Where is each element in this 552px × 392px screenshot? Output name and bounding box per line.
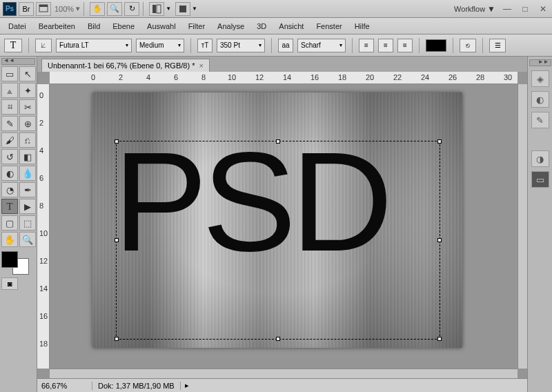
scrollbar-horizontal[interactable] xyxy=(50,369,518,378)
tool-preset-icon[interactable]: T xyxy=(4,39,22,52)
brush-tool[interactable]: 🖌 xyxy=(1,133,18,148)
stamp-tool[interactable]: ⎌ xyxy=(19,133,36,148)
align-left-button[interactable]: ≡ xyxy=(359,39,374,52)
status-bar: 66,67% Dok: 1,37 MB/1,90 MB ▸ xyxy=(37,378,527,392)
zoom-tool-icon[interactable]: 🔍 xyxy=(107,2,122,16)
minimize-button[interactable]: — xyxy=(501,4,513,14)
move-tool[interactable]: ↖ xyxy=(19,66,36,81)
menu-bearbeiten[interactable]: Bearbeiten xyxy=(39,22,75,30)
tab-title: Unbenannt-1 bei 66,7% (Ebene 0, RGB/8) * xyxy=(48,61,195,70)
panel-collapse[interactable] xyxy=(529,59,551,66)
menu-filter[interactable]: Filter xyxy=(188,22,205,30)
text-color-swatch[interactable] xyxy=(426,39,446,52)
toolbox: ▭ ↖ ⟁ ✦ ⌗ ✂ ✎ ⊕ 🖌 ⎌ ↺ ◧ ◐ 💧 ◔ ✒ T ▶ ▢ ⬚ … xyxy=(0,57,37,392)
navigator-panel-icon[interactable]: ▭ xyxy=(531,171,549,188)
menu-datei[interactable]: Datei xyxy=(8,22,26,30)
svg-rect-3 xyxy=(157,5,161,13)
app-icon: Ps xyxy=(3,2,17,16)
font-size-icon: тT xyxy=(197,39,213,52)
canvas[interactable]: PSD xyxy=(92,92,462,348)
canvas-area: 024681012141618202224262830 024681012141… xyxy=(37,72,527,378)
history-brush-tool[interactable]: ↺ xyxy=(1,149,18,164)
tab-close-icon[interactable]: × xyxy=(199,61,203,70)
eraser-tool[interactable]: ◧ xyxy=(19,149,36,164)
3d-tool[interactable]: ⬚ xyxy=(19,215,36,231)
bridge-button[interactable]: Br xyxy=(19,2,34,16)
toolbox-collapse[interactable] xyxy=(1,58,35,65)
slice-tool[interactable]: ✂ xyxy=(19,99,36,115)
hand-tool-icon[interactable]: ✋ xyxy=(90,2,105,16)
menu-analyse[interactable]: Analyse xyxy=(217,22,244,30)
crop-tool[interactable]: ⌗ xyxy=(1,99,18,115)
zoom-tool-tb[interactable]: 🔍 xyxy=(19,232,36,247)
menu-auswahl[interactable]: Auswahl xyxy=(147,22,176,30)
document-tab[interactable]: Unbenannt-1 bei 66,7% (Ebene 0, RGB/8) *… xyxy=(41,59,210,72)
channels-panel-icon[interactable]: ◐ xyxy=(531,91,549,108)
gradient-tool[interactable]: ◐ xyxy=(1,166,18,181)
ruler-vertical[interactable]: 024681012141618 xyxy=(37,84,50,369)
hand-tool[interactable]: ✋ xyxy=(1,232,18,247)
menu-bild[interactable]: Bild xyxy=(88,22,100,30)
menu-hilfe[interactable]: Hilfe xyxy=(355,22,370,30)
font-family-dropdown[interactable]: Futura LT xyxy=(56,39,132,52)
paths-panel-icon[interactable]: ✎ xyxy=(531,112,549,128)
menu-ebene[interactable]: Ebene xyxy=(112,22,135,30)
eyedropper-tool[interactable]: ✎ xyxy=(1,116,18,131)
marquee-tool[interactable]: ▭ xyxy=(1,66,18,81)
orientation-button[interactable]: ⟀ xyxy=(35,39,52,52)
font-weight-dropdown[interactable]: Medium xyxy=(136,39,184,52)
font-size-dropdown[interactable]: 350 Pt xyxy=(217,39,265,52)
maximize-button[interactable]: □ xyxy=(519,4,531,14)
menu-bar: Datei Bearbeiten Bild Ebene Auswahl Filt… xyxy=(0,18,552,35)
right-panel: ◈ ◐ ✎ ◑ ▭ xyxy=(527,57,552,392)
wand-tool[interactable]: ✦ xyxy=(19,83,36,98)
zoom-dropdown[interactable]: 100%▾ xyxy=(55,4,80,13)
warp-text-button[interactable]: ⎋ xyxy=(460,39,476,52)
character-panel-button[interactable]: ☰ xyxy=(489,39,506,52)
status-arrow-icon[interactable]: ▸ xyxy=(181,381,189,390)
align-center-button[interactable]: ≡ xyxy=(378,39,393,52)
arrange-button[interactable] xyxy=(149,2,164,16)
status-doc-size[interactable]: Dok: 1,37 MB/1,90 MB xyxy=(92,382,181,390)
rotate-view-icon[interactable]: ↻ xyxy=(124,2,139,16)
svg-rect-1 xyxy=(39,5,48,7)
layers-panel-icon[interactable]: ◈ xyxy=(531,70,549,87)
options-bar: T ⟀ Futura LT Medium тT 350 Pt aa Scharf… xyxy=(0,35,552,57)
transform-box[interactable] xyxy=(116,141,440,340)
color-swatches[interactable] xyxy=(1,251,29,275)
align-right-button[interactable]: ≡ xyxy=(397,39,413,52)
blur-tool[interactable]: 💧 xyxy=(19,166,36,181)
menu-fenster[interactable]: Fenster xyxy=(316,22,342,30)
ruler-horizontal[interactable]: 024681012141618202224262830 xyxy=(50,72,518,84)
antialias-dropdown[interactable]: Scharf xyxy=(297,39,346,52)
svg-rect-2 xyxy=(152,5,156,13)
foreground-color[interactable] xyxy=(1,251,18,268)
screen-mode-button[interactable] xyxy=(36,2,51,16)
svg-rect-4 xyxy=(179,6,186,12)
screen-mode2-button[interactable] xyxy=(175,2,190,16)
menu-3d[interactable]: 3D xyxy=(257,22,266,30)
pen-tool[interactable]: ✒ xyxy=(19,182,36,197)
antialias-label: aa xyxy=(278,39,293,52)
scrollbar-vertical[interactable] xyxy=(518,84,527,369)
lasso-tool[interactable]: ⟁ xyxy=(1,83,18,98)
shape-tool[interactable]: ▢ xyxy=(1,215,18,231)
path-select-tool[interactable]: ▶ xyxy=(19,199,36,214)
workspace-switcher[interactable]: Workflow▼ xyxy=(454,4,495,14)
quickmask-button[interactable]: ◙ xyxy=(1,277,18,290)
dodge-tool[interactable]: ◔ xyxy=(1,182,18,197)
status-zoom[interactable]: 66,67% xyxy=(37,382,92,390)
type-tool[interactable]: T xyxy=(1,199,18,214)
menu-ansicht[interactable]: Ansicht xyxy=(279,22,304,30)
document-tabbar: Unbenannt-1 bei 66,7% (Ebene 0, RGB/8) *… xyxy=(37,57,527,72)
adjustments-panel-icon[interactable]: ◑ xyxy=(531,150,549,167)
healing-tool[interactable]: ⊕ xyxy=(19,116,36,131)
close-button[interactable]: ✕ xyxy=(537,4,549,14)
